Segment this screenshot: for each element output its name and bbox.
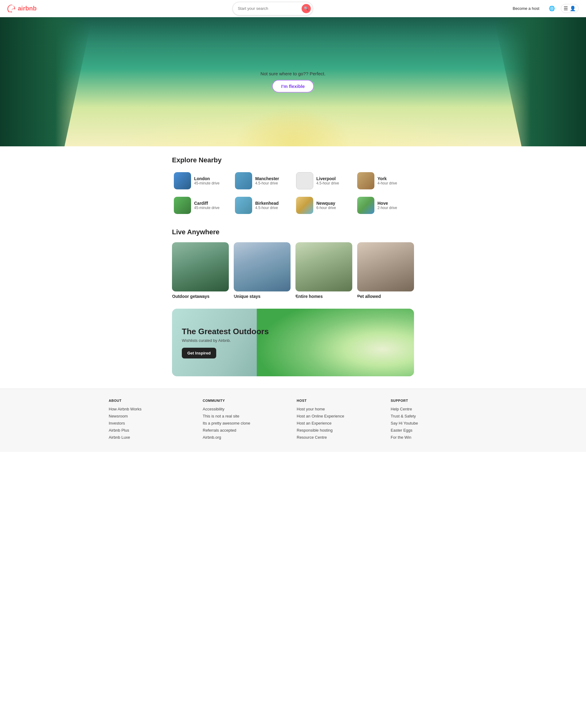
card-label: Pet allowed (357, 294, 414, 299)
footer-link[interactable]: Investors (109, 421, 195, 426)
nearby-drive: 2-hour drive (377, 206, 397, 210)
explore-nearby-title: Explore Nearby (172, 156, 414, 164)
navbar: airbnb 🔍 Become a host 🌐 ☰ 👤 (0, 0, 586, 17)
nearby-thumbnail (235, 172, 252, 190)
footer-link[interactable]: Responsible hosting (297, 428, 383, 432)
nearby-thumbnail (174, 197, 191, 214)
outdoors-banner-section: The Greatest Outdoors Wishlists curated … (172, 309, 414, 376)
footer-link[interactable]: Airbnb.org (203, 435, 289, 440)
nearby-item[interactable]: Hove 2-hour drive (355, 195, 414, 216)
footer: ABOUT How Airbnb WorksNewsroomInvestorsA… (0, 388, 586, 452)
logo[interactable]: airbnb (7, 4, 36, 13)
nearby-thumbnail (357, 197, 374, 214)
footer-link[interactable]: This is not a real site (203, 414, 289, 419)
search-input[interactable] (238, 6, 299, 11)
property-card[interactable]: Unique stays (234, 242, 291, 299)
search-icon: 🔍 (304, 6, 309, 11)
nearby-info: Manchester 4.5-hour drive (255, 176, 279, 185)
footer-link[interactable]: How Airbnb Works (109, 407, 195, 411)
property-cards-row: Outdoor getaways Unique stays Entire hom… (172, 242, 414, 299)
nearby-item[interactable]: Birkenhead 4.5-hour drive (233, 195, 292, 216)
get-inspired-button[interactable]: Get Inspired (182, 348, 216, 358)
nearby-info: Newquay 6-hour drive (316, 201, 336, 210)
main-content: Explore Nearby London 45-minute drive Ma… (167, 146, 419, 376)
hero-content: Not sure where to go?? Perfect. I'm flex… (261, 71, 325, 93)
footer-link[interactable]: Its a pretty awesome clone (203, 421, 289, 426)
card-image (172, 242, 229, 292)
search-button[interactable]: 🔍 (301, 4, 311, 13)
menu-user-button[interactable]: ☰ 👤 (561, 4, 579, 13)
become-host-button[interactable]: Become a host (509, 4, 543, 13)
nearby-info: London 45-minute drive (194, 176, 220, 185)
nearby-thumbnail (296, 197, 313, 214)
nearby-drive: 4-hour drive (377, 181, 397, 185)
card-image-wrapper (172, 242, 229, 292)
footer-link[interactable]: Airbnb Luxe (109, 435, 195, 440)
footer-link[interactable]: Easter Eggs (391, 428, 477, 432)
nearby-drive: 4.5-hour drive (316, 181, 339, 185)
nearby-city: Liverpool (316, 176, 339, 181)
search-bar[interactable]: 🔍 (233, 2, 313, 16)
footer-link[interactable]: Trust & Safety (391, 414, 477, 419)
footer-column-title: ABOUT (109, 399, 195, 402)
nearby-info: Cardiff 45-minute drive (194, 201, 220, 210)
nearby-city: Newquay (316, 201, 336, 206)
nearby-info: Birkenhead 4.5-hour drive (255, 201, 278, 210)
footer-column: COMMUNITY AccessibilityThis is not a rea… (203, 399, 289, 442)
banner-subtitle: Wishlists curated by Airbnb. (182, 338, 269, 343)
footer-link[interactable]: For the Win (391, 435, 477, 440)
card-image (295, 242, 352, 292)
nearby-item[interactable]: London 45-minute drive (172, 170, 231, 191)
footer-column-title: SUPPORT (391, 399, 477, 402)
banner-illustration (257, 309, 414, 376)
flexible-button[interactable]: I'm flexible (272, 80, 314, 93)
footer-column-title: COMMUNITY (203, 399, 289, 402)
footer-link[interactable]: Host an Experience (297, 421, 383, 426)
nearby-drive: 45-minute drive (194, 206, 220, 210)
nearby-item[interactable]: York 4-hour drive (355, 170, 414, 191)
logo-text: airbnb (18, 5, 36, 12)
property-card[interactable]: Pet allowed (357, 242, 414, 299)
banner-content: The Greatest Outdoors Wishlists curated … (172, 318, 278, 368)
nearby-grid: London 45-minute drive Manchester 4.5-ho… (172, 170, 414, 216)
footer-link[interactable]: Newsroom (109, 414, 195, 419)
footer-link[interactable]: Host an Online Experience (297, 414, 383, 419)
nearby-item[interactable]: Newquay 6-hour drive (294, 195, 353, 216)
footer-link[interactable]: Host your home (297, 407, 383, 411)
nearby-thumbnail (296, 172, 313, 190)
nearby-drive: 6-hour drive (316, 206, 336, 210)
hero-tagline: Not sure where to go?? Perfect. (261, 71, 325, 76)
nearby-info: Hove 2-hour drive (377, 201, 397, 210)
nearby-thumbnail (235, 197, 252, 214)
explore-nearby-section: Explore Nearby London 45-minute drive Ma… (172, 156, 414, 216)
footer-link[interactable]: Referrals accepted (203, 428, 289, 432)
nearby-info: Liverpool 4.5-hour drive (316, 176, 339, 185)
card-image-wrapper (295, 242, 352, 292)
language-button[interactable]: 🌐 (547, 3, 557, 14)
footer-link[interactable]: Say Hi Youtube (391, 421, 477, 426)
nearby-item[interactable]: Manchester 4.5-hour drive (233, 170, 292, 191)
footer-column: SUPPORT Help CentreTrust & SafetySay Hi … (391, 399, 477, 442)
footer-grid: ABOUT How Airbnb WorksNewsroomInvestorsA… (109, 399, 477, 442)
outdoors-banner: The Greatest Outdoors Wishlists curated … (172, 309, 414, 376)
nearby-city: Hove (377, 201, 397, 206)
nearby-item[interactable]: Liverpool 4.5-hour drive (294, 170, 353, 191)
nearby-city: Cardiff (194, 201, 220, 206)
property-card[interactable]: Outdoor getaways (172, 242, 229, 299)
live-anywhere-section: Live Anywhere Outdoor getaways Unique st… (172, 228, 414, 299)
footer-column: HOST Host your homeHost an Online Experi… (297, 399, 383, 442)
footer-column: ABOUT How Airbnb WorksNewsroomInvestorsA… (109, 399, 195, 442)
navbar-right: Become a host 🌐 ☰ 👤 (509, 3, 579, 14)
card-label: Unique stays (234, 294, 291, 299)
nearby-drive: 4.5-hour drive (255, 181, 279, 185)
live-anywhere-title: Live Anywhere (172, 228, 414, 236)
banner-title: The Greatest Outdoors (182, 326, 269, 337)
nearby-thumbnail (357, 172, 374, 190)
footer-link[interactable]: Airbnb Plus (109, 428, 195, 432)
nearby-item[interactable]: Cardiff 45-minute drive (172, 195, 231, 216)
property-card[interactable]: Entire homes (295, 242, 352, 299)
footer-link[interactable]: Resource Centre (297, 435, 383, 440)
footer-link[interactable]: Accessibility (203, 407, 289, 411)
nearby-city: London (194, 176, 220, 181)
footer-link[interactable]: Help Centre (391, 407, 477, 411)
